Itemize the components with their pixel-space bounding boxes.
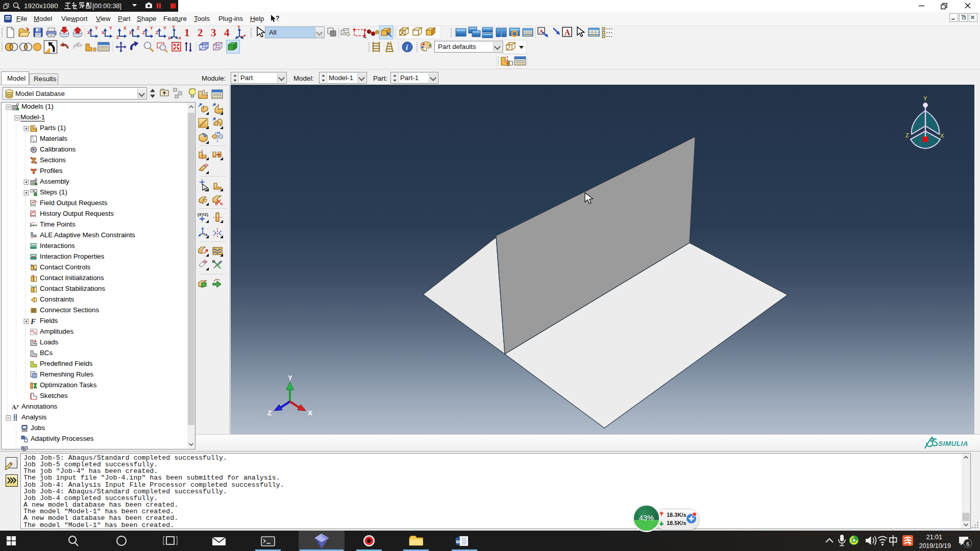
svg-text:Y: Y — [288, 374, 292, 382]
svg-text:W: W — [456, 539, 460, 544]
svg-text:980x551: 980x551 — [24, 2, 58, 10]
svg-text:X: X — [124, 26, 127, 31]
svg-text:X: X — [308, 409, 312, 417]
svg-text:Y: Y — [923, 95, 927, 102]
svg-text:3: 3 — [211, 27, 216, 39]
svg-text:2019/10/19: 2019/10/19 — [919, 542, 951, 549]
svg-text:Y: Y — [163, 26, 166, 31]
svg-text:Y: Y — [109, 26, 112, 31]
svg-text:6: 6 — [966, 541, 969, 547]
svg-text:18.3K/s: 18.3K/s — [667, 512, 687, 518]
svg-text:X: X — [940, 133, 944, 139]
svg-text:Z: Z — [267, 409, 272, 417]
svg-text:Y: Y — [172, 24, 175, 30]
svg-text:X: X — [129, 30, 132, 35]
svg-text:(XYZ): (XYZ) — [198, 212, 208, 217]
svg-text:1: 1 — [184, 27, 190, 39]
svg-text:Y: Y — [95, 26, 98, 31]
svg-text:4: 4 — [224, 27, 230, 39]
svg-text:18.5K/s: 18.5K/s — [667, 520, 687, 526]
svg-text:21:01: 21:01 — [926, 534, 942, 541]
svg-text:SIMULIA: SIMULIA — [938, 440, 968, 447]
svg-text:[00:00:38]: [00:00:38] — [92, 2, 121, 10]
svg-text:X: X — [102, 30, 105, 35]
svg-text:?: ? — [276, 15, 279, 22]
svg-text:Y: Y — [237, 24, 240, 30]
svg-text:X: X — [87, 30, 90, 35]
svg-text:A: A — [565, 28, 571, 37]
svg-text:Y: Y — [150, 26, 153, 31]
svg-text:Z: Z — [137, 26, 139, 31]
svg-text:2: 2 — [198, 27, 203, 39]
svg-text:Z: Z — [905, 132, 909, 138]
svg-text:Z: Z — [116, 35, 119, 40]
svg-text:Z: Z — [142, 30, 145, 35]
svg-text:Z: Z — [156, 30, 158, 35]
